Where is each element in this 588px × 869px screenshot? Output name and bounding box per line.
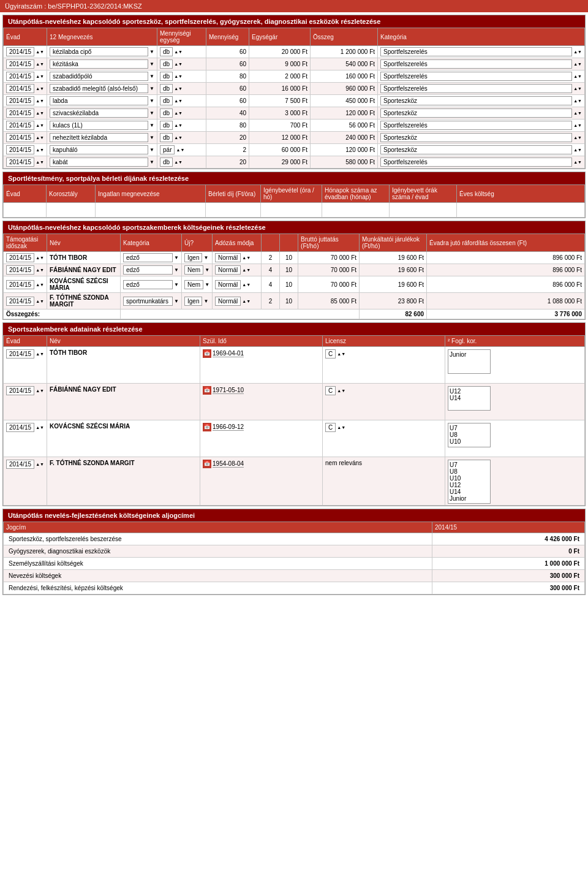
col-kategoria: Kategória (378, 28, 585, 46)
section5-header: Utánpótlás nevelés-fejlesztésének költsé… (3, 509, 585, 522)
col5-ertek: 2014/15 (432, 522, 585, 533)
table-row: 2014/15 ▲▼ szivacskézilabda ▼ db ▲▼ 40 3… (4, 107, 585, 120)
col4-szul: Szül. Idő (200, 336, 323, 347)
col4-nev: Név (47, 336, 200, 347)
table-row: 2014/15 ▲▼ F. TÓTHNÉ SZONDA MARGIT sport… (4, 293, 585, 309)
szakemberek-adatok-table: Évad Név Szül. Idő Licensz ² Fogl. kor. … (3, 335, 585, 506)
col3-ossz: Évadra jutó ráfordítás összesen (Ft) (427, 234, 585, 252)
table-row: 2014/15 ▲▼ FÁBIÁNNÉ NAGY EDIT 📅 1971-05-… (4, 384, 585, 420)
col3-adozas: Adózás módja (213, 234, 262, 252)
table-row: 2014/15 ▲▼ kulacs (1L) ▼ db ▲▼ 80 700 Ft… (4, 120, 585, 132)
col4-evad: Évad (4, 336, 47, 347)
table-row: 2014/15 ▲▼ nehezített kézilabda ▼ db ▲▼ … (4, 132, 585, 144)
table-row: 2014/15 ▲▼ szabadidő melegítő (alsó-fels… (4, 83, 585, 95)
sporteszkoz-table: Évad 12 Megnevezés Mennyiségi egység Men… (3, 28, 585, 169)
col-megnevezes: 12 Megnevezés (47, 28, 157, 46)
col2-igenybev: Igénybevétel (óra / hó) (261, 185, 322, 203)
col3-kategoria: Kategória (121, 234, 182, 252)
col4-licensz: Licensz (323, 336, 445, 347)
table-row: Személyszállítási költségek 1 000 000 Ft (4, 558, 585, 570)
szakemberek-table: Támogatási időszak Név Kategória Új? Adó… (3, 233, 585, 319)
table-row: 2014/15 ▲▼ szabadidőpóló ▼ db ▲▼ 80 2 00… (4, 70, 585, 83)
table-row: 2014/15 ▲▼ TÓTH TIBOR 📅 1969-04-01 C ▲▼ … (4, 347, 585, 384)
section-sportletesitmeny: Sportlétesítmény, sportpálya bérleti díj… (2, 172, 586, 218)
table-row: Nevezési költségek 300 000 Ft (4, 570, 585, 582)
table-row: Sporteszköz, sportfelszerelés beszerzése… (4, 533, 585, 545)
page-header: Ügyiratszám : be/SFPHP01-2362/2014:MKSZ (0, 0, 588, 12)
table-row: 2014/15 ▲▼ labda ▼ db ▲▼ 60 7 500 Ft 450… (4, 95, 585, 107)
col3-empty1 (262, 234, 280, 252)
section3-header: Utánpótlás-neveléshez kapcsolódó sportsz… (3, 221, 585, 233)
col-evad: Évad (4, 28, 47, 46)
col2-berleti: Bérleti díj (Ft/óra) (206, 185, 261, 203)
table-row: 2014/15 ▲▼ FÁBIÁNNÉ NAGY EDIT edző ▼ Nem… (4, 264, 585, 276)
col-mennyiseg: Mennyiség (206, 28, 249, 46)
section2-header: Sportlétesítmény, sportpálya bérleti díj… (3, 172, 585, 184)
section-sporteszkoz: Utánpótlás-neveléshez kapcsolódó sportes… (2, 15, 586, 169)
col3-idoszak: Támogatási időszak (4, 234, 47, 252)
table-row: Gyógyszerek, diagnosztikai eszközök 0 Ft (4, 545, 585, 558)
table-row (4, 203, 585, 218)
header-title: Ügyiratszám : be/SFPHP01-2362/2014:MKSZ (5, 2, 142, 10)
col2-evad: Évad (4, 185, 47, 203)
col-osszeg: Összeg (311, 28, 378, 46)
table-row: 2014/15 ▲▼ TÓTH TIBOR edző ▼ Igen ▼ Norm… (4, 252, 585, 264)
table-row: 2014/15 ▲▼ kapuháló ▼ pár ▲▼ 2 60 000 Ft… (4, 144, 585, 156)
section4-header: Sportszakemberek adatainak részletezése (3, 323, 585, 335)
table-row: 2014/15 ▲▼ kabát ▼ db ▲▼ 20 29 000 Ft 58… (4, 156, 585, 169)
table-row: 2014/15 ▲▼ F. TÓTHNÉ SZONDA MARGIT 📅 195… (4, 457, 585, 506)
col4-fogl: ² Fogl. kor. (445, 336, 585, 347)
col-egysegar: Egységár (249, 28, 311, 46)
col2-korosztaly: Korosztály (47, 185, 96, 203)
col-mennyisegi-egyseg: Mennyiségi egység (157, 28, 206, 46)
col3-empty2 (280, 234, 298, 252)
col2-ingatlan: Ingatlan megnevezése (96, 185, 206, 203)
col3-brutto: Bruttó juttatás (Ft/hó) (298, 234, 360, 252)
section1-header: Utánpótlás-neveléshez kapcsolódó sportes… (3, 15, 585, 28)
col2-igenybev-ora: Igénybevett órák száma / évad (390, 185, 457, 203)
col3-nev: Név (47, 234, 121, 252)
table-row: 2014/15 ▲▼ KOVÁCSNÉ SZÉCSI MÁRIA 📅 1966-… (4, 420, 585, 457)
col3-uj: Új? (182, 234, 213, 252)
col3-munkaltato: Munkáltatói járulékok (Ft/hó) (360, 234, 427, 252)
table-row: 2014/15 ▲▼ KOVÁCSNÉ SZÉCSI MÁRIA edző ▼ … (4, 276, 585, 293)
col5-jogcim: Jogcím (4, 522, 432, 533)
table-row: 2014/15 ▲▼ kézilabda cipő ▼ db ▲▼ 60 20 … (4, 46, 585, 58)
sportletesitmeny-table: Évad Korosztály Ingatlan megnevezése Bér… (3, 184, 585, 218)
table-row: Rendezési, felkészítési, képzési költség… (4, 582, 585, 594)
aljogcimek-table: Jogcím 2014/15 Sporteszköz, sportfelszer… (3, 522, 585, 594)
section-szakemberek-koltseg: Utánpótlás-neveléshez kapcsolódó sportsz… (2, 221, 586, 320)
col2-honapok: Hónapok száma az évadban (hónap) (322, 185, 390, 203)
col2-eves: Éves költség (457, 185, 585, 203)
section-aljogcimek: Utánpótlás nevelés-fejlesztésének költsé… (2, 509, 586, 595)
section-szakemberek-adatok: Sportszakemberek adatainak részletezése … (2, 322, 586, 506)
table-row: 2014/15 ▲▼ kézitáska ▼ db ▲▼ 60 9 000 Ft… (4, 58, 585, 70)
summary-row: Összegzés: 82 600 3 776 000 (4, 309, 585, 319)
